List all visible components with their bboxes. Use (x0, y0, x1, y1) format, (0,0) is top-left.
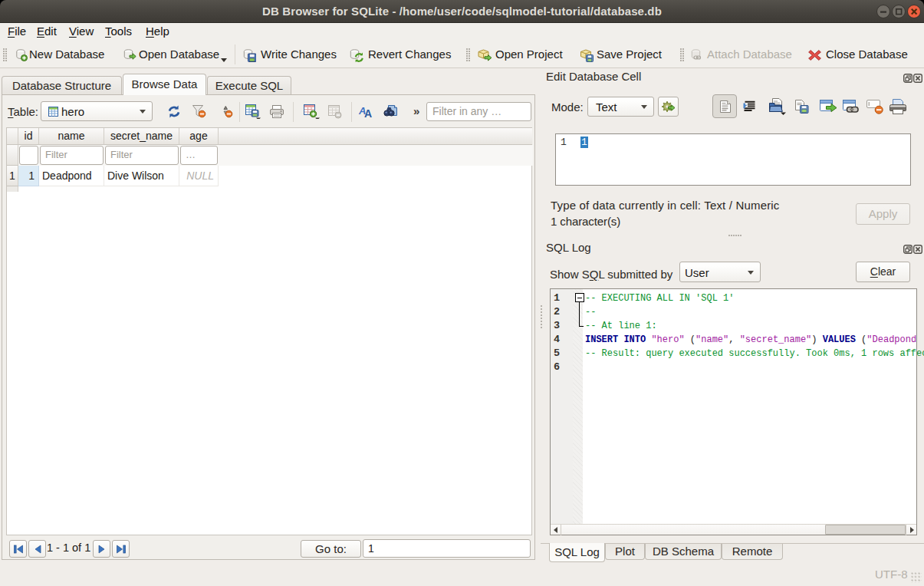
svg-text:A: A (364, 107, 372, 119)
